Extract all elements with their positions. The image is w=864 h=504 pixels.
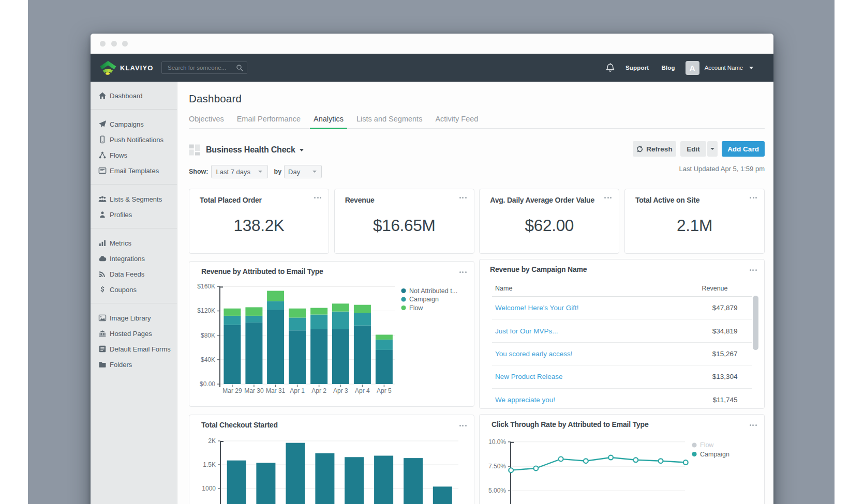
bar-segment[interactable] bbox=[289, 309, 306, 318]
bar-segment[interactable] bbox=[267, 291, 284, 301]
data-point[interactable] bbox=[608, 455, 613, 460]
card-menu-button[interactable] bbox=[750, 269, 757, 271]
sidebar-item-default-email-forms[interactable]: Default Email Forms bbox=[91, 341, 177, 357]
legend-item-not-attributed-t[interactable]: Not Attributed t... bbox=[409, 287, 457, 295]
data-point[interactable] bbox=[634, 457, 638, 462]
card-menu-button[interactable] bbox=[750, 197, 757, 198]
campaign-name-link[interactable]: Welcome! Here's Your Gift! bbox=[492, 304, 578, 312]
bar[interactable] bbox=[227, 461, 246, 504]
klaviyo-logo[interactable]: KLAVIYO bbox=[99, 61, 154, 75]
bar[interactable] bbox=[404, 458, 423, 504]
sidebar-item-metrics[interactable]: Metrics bbox=[91, 235, 177, 251]
bar-segment[interactable] bbox=[245, 316, 262, 323]
campaign-name-link[interactable]: You scored early access! bbox=[492, 350, 573, 358]
sidebar-item-integrations[interactable]: Integrations bbox=[91, 251, 177, 266]
sidebar-item-hosted-pages[interactable]: Hosted Pages bbox=[91, 326, 177, 341]
sidebar-item-coupons[interactable]: Coupons bbox=[91, 282, 177, 297]
bar[interactable] bbox=[315, 453, 334, 504]
search-input[interactable] bbox=[162, 62, 247, 73]
bar[interactable] bbox=[256, 463, 275, 504]
bar-segment[interactable] bbox=[354, 326, 371, 384]
account-avatar[interactable]: A bbox=[686, 61, 699, 75]
campaign-name-link[interactable]: Just for Our MVPs... bbox=[492, 327, 558, 335]
sidebar-item-profiles[interactable]: Profiles bbox=[91, 207, 177, 222]
support-link[interactable]: Support bbox=[625, 65, 649, 71]
add-card-button[interactable]: Add Card bbox=[722, 141, 765, 157]
window-dot-minimize[interactable] bbox=[111, 41, 117, 47]
account-menu-caret-icon[interactable] bbox=[749, 67, 753, 69]
bar-segment[interactable] bbox=[224, 309, 241, 316]
bar-segment[interactable] bbox=[332, 312, 349, 329]
table-scrollbar[interactable] bbox=[753, 296, 758, 350]
date-range-dropdown[interactable]: Last 7 days bbox=[211, 165, 268, 178]
notification-bell-icon[interactable] bbox=[605, 63, 615, 73]
tab-lists-and-segments[interactable]: Lists and Segments bbox=[356, 115, 422, 128]
bar-segment[interactable] bbox=[354, 305, 371, 313]
bar-segment[interactable] bbox=[224, 316, 241, 325]
data-point[interactable] bbox=[559, 457, 563, 462]
data-point[interactable] bbox=[509, 468, 513, 472]
window-dot-maximize[interactable] bbox=[122, 41, 128, 47]
card-menu-button[interactable] bbox=[750, 424, 757, 426]
sidebar-item-campaigns[interactable]: Campaigns bbox=[91, 116, 177, 132]
sidebar-item-folders[interactable]: Folders bbox=[91, 357, 177, 372]
bar-segment[interactable] bbox=[332, 303, 349, 311]
refresh-button[interactable]: Refresh bbox=[633, 141, 676, 157]
data-point[interactable] bbox=[534, 466, 539, 470]
interval-dropdown[interactable]: Day bbox=[284, 165, 322, 178]
campaign-name-link[interactable]: New Product Release bbox=[492, 373, 563, 380]
sidebar-item-dashboard[interactable]: Dashboard bbox=[91, 88, 177, 103]
bar-segment[interactable] bbox=[267, 301, 284, 310]
tab-analytics[interactable]: Analytics bbox=[314, 115, 344, 128]
browser-window: KLAVIYO Support Blog A Account Name Dash… bbox=[91, 34, 773, 504]
bar-segment[interactable] bbox=[224, 325, 241, 384]
legend-item-flow[interactable]: Flow bbox=[700, 441, 714, 449]
blog-link[interactable]: Blog bbox=[661, 65, 675, 71]
refresh-label: Refresh bbox=[646, 145, 672, 153]
bar-segment[interactable] bbox=[245, 323, 262, 384]
sidebar-item-data-feeds[interactable]: Data Feeds bbox=[91, 266, 177, 282]
campaign-name-link[interactable]: We appreciate you! bbox=[492, 396, 555, 404]
sidebar-item-flows[interactable]: Flows bbox=[91, 147, 177, 163]
bar-segment[interactable] bbox=[332, 329, 349, 384]
bar[interactable] bbox=[345, 457, 364, 504]
card-menu-button[interactable] bbox=[459, 197, 467, 198]
sidebar-item-image-library[interactable]: Image Library bbox=[91, 310, 177, 326]
bar-segment[interactable] bbox=[289, 317, 306, 330]
card-menu-button[interactable] bbox=[459, 271, 467, 273]
account-name[interactable]: Account Name bbox=[705, 65, 743, 71]
bar-segment[interactable] bbox=[376, 350, 393, 384]
card-menu-button[interactable] bbox=[604, 197, 612, 198]
bar-segment[interactable] bbox=[354, 313, 371, 326]
bar-segment[interactable] bbox=[310, 329, 327, 384]
legend-item-flow[interactable]: Flow bbox=[409, 304, 423, 312]
data-point[interactable] bbox=[584, 459, 588, 463]
data-point[interactable] bbox=[683, 460, 688, 465]
window-dot-close[interactable] bbox=[100, 41, 106, 47]
edit-button[interactable]: Edit bbox=[680, 141, 706, 157]
bar-segment[interactable] bbox=[267, 310, 284, 384]
y-axis-label: 2K bbox=[208, 437, 216, 445]
bar-segment[interactable] bbox=[289, 330, 306, 384]
search-box[interactable] bbox=[161, 62, 247, 74]
card-menu-button[interactable] bbox=[459, 425, 467, 426]
tab-activity-feed[interactable]: Activity Feed bbox=[435, 115, 478, 128]
edit-menu-button[interactable] bbox=[707, 141, 718, 157]
bar-segment[interactable] bbox=[310, 315, 327, 329]
bar[interactable] bbox=[433, 486, 452, 504]
sidebar-item-lists-segments[interactable]: Lists & Segments bbox=[91, 191, 177, 207]
data-point[interactable] bbox=[659, 459, 663, 463]
bar-segment[interactable] bbox=[376, 340, 393, 350]
legend-item-campaign[interactable]: Campaign bbox=[700, 451, 729, 458]
bar-segment[interactable] bbox=[310, 308, 327, 315]
card-menu-button[interactable] bbox=[314, 197, 321, 198]
bar[interactable] bbox=[286, 443, 305, 504]
bar[interactable] bbox=[374, 456, 393, 504]
bar-segment[interactable] bbox=[376, 334, 393, 339]
bar-segment[interactable] bbox=[245, 307, 262, 316]
legend-item-campaign[interactable]: Campaign bbox=[409, 296, 439, 303]
tab-email-performance[interactable]: Email Performance bbox=[237, 115, 301, 128]
tab-objectives[interactable]: Objectives bbox=[189, 115, 224, 128]
sidebar-item-push-notifications[interactable]: Push Notifications bbox=[91, 132, 177, 147]
sidebar-item-email-templates[interactable]: Email Templates bbox=[91, 163, 177, 178]
